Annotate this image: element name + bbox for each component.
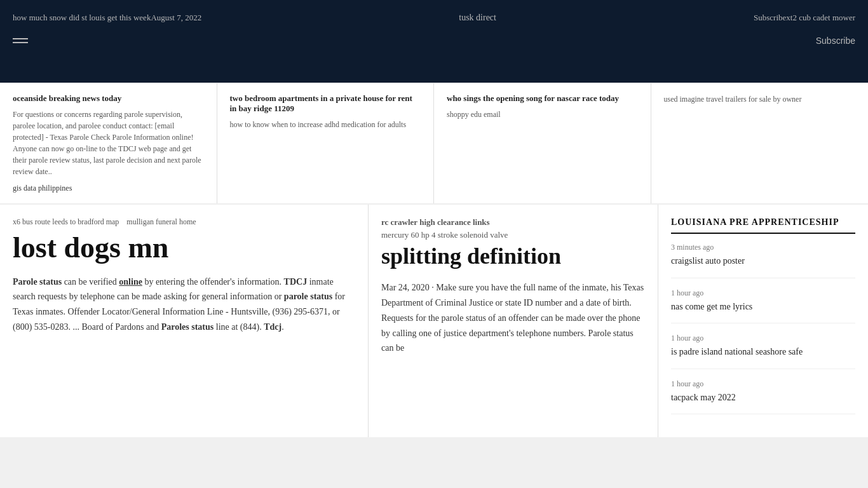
article-body: Parole status can be verified online by … (13, 274, 349, 335)
tdcj-label: TDCJ (284, 277, 308, 287)
mid-article-body: Mar 24, 2020 · Make sure you have the fu… (381, 280, 645, 356)
breadcrumb-right[interactable]: mulligan funeral home (126, 217, 196, 226)
main-content: x6 bus route leeds to bradford map mulli… (0, 203, 868, 437)
sidebar-item-2-title[interactable]: nas come get me lyrics (671, 301, 855, 313)
subscribe-cub-cadet-link[interactable]: Subscribext2 cub cadet mower (754, 13, 855, 22)
sidebar-item-3-title[interactable]: is padre island national seashore safe (671, 346, 855, 358)
mercury-subtitle: mercury 60 hp 4 stroke solenoid valve (381, 230, 508, 240)
parole-status-label2: parole status (284, 292, 332, 301)
sidebar-item-1-title[interactable]: craigslist auto poster (671, 255, 855, 268)
header-top-left: how much snow did st louis get this week… (13, 13, 201, 23)
hamburger-line-1 (13, 38, 28, 39)
header-top-center[interactable]: tusk direct (459, 13, 496, 23)
right-sidebar: LOUISIANA PRE APPRENTICESHIP 3 minutes a… (658, 205, 868, 437)
online-label: online (119, 277, 142, 287)
paroles-status-label: Paroles status (161, 322, 214, 332)
breadcrumb: x6 bus route leeds to bradford map mulli… (13, 217, 349, 227)
tusk-direct-link[interactable]: tusk direct (459, 13, 496, 22)
mid-article: rc crawler high clearance links mercury … (369, 205, 658, 437)
mid-article-subheader: mercury 60 hp 4 stroke solenoid valve (381, 230, 645, 240)
article-heading: lost dogs mn (13, 232, 349, 264)
sidebar-item-4-time: 1 hour ago (671, 379, 855, 389)
info-grid: oceanside breaking news today For questi… (0, 83, 868, 203)
info-col-1: oceanside breaking news today For questi… (0, 83, 217, 203)
header-top-right[interactable]: Subscribext2 cub cadet mower (754, 13, 855, 23)
mid-article-heading: splitting definition (381, 243, 645, 270)
parole-status-label: Parole status (13, 277, 62, 287)
left-article: x6 bus route leeds to bradford map mulli… (0, 205, 369, 437)
sidebar-item-2-time: 1 hour ago (671, 288, 855, 298)
sidebar-item-4: 1 hour ago tacpack may 2022 (671, 379, 855, 415)
sidebar-section-title: LOUISIANA PRE APPRENTICESHIP (671, 217, 855, 234)
info-col-2: two bedroom apartments in a private hous… (217, 83, 435, 203)
header-date-text: how much snow did st louis get this week… (13, 13, 201, 22)
info-col-1-link[interactable]: gis data philippines (13, 184, 204, 193)
sidebar-item-1: 3 minutes ago craigslist auto poster (671, 243, 855, 278)
sidebar-item-1-time: 3 minutes ago (671, 243, 855, 252)
rc-crawler-title[interactable]: rc crawler high clearance links (381, 217, 490, 227)
info-col-4-body: used imagine travel trailers for sale by… (664, 93, 856, 105)
breadcrumb-left[interactable]: x6 bus route leeds to bradford map (13, 217, 119, 226)
hamburger-line-2 (13, 42, 28, 43)
sidebar-item-2: 1 hour ago nas come get me lyrics (671, 288, 855, 324)
site-header: how much snow did st louis get this week… (0, 0, 868, 83)
info-col-1-title[interactable]: oceanside breaking news today (13, 93, 204, 104)
sidebar-item-4-title[interactable]: tacpack may 2022 (671, 391, 855, 404)
hamburger-menu[interactable] (13, 38, 28, 43)
subscribe-button[interactable]: Subscribe (816, 36, 855, 46)
info-col-1-body: For questions or concerns regarding paro… (13, 109, 204, 177)
info-col-3-title[interactable]: who sings the opening song for nascar ra… (447, 93, 638, 104)
info-col-3-body: shoppy edu email (447, 109, 638, 120)
sidebar-item-3: 1 hour ago is padre island national seas… (671, 334, 855, 369)
info-col-4: used imagine travel trailers for sale by… (651, 83, 869, 203)
info-col-2-body: how to know when to increase adhd medica… (230, 119, 421, 130)
mid-article-body-text: Mar 24, 2020 · Make sure you have the fu… (381, 283, 644, 353)
sidebar-item-3-time: 1 hour ago (671, 334, 855, 343)
info-col-2-title[interactable]: two bedroom apartments in a private hous… (230, 93, 421, 114)
mid-article-header: rc crawler high clearance links (381, 217, 645, 227)
info-col-3: who sings the opening song for nascar ra… (434, 83, 651, 203)
tdcj-label2: Tdcj (264, 322, 281, 332)
